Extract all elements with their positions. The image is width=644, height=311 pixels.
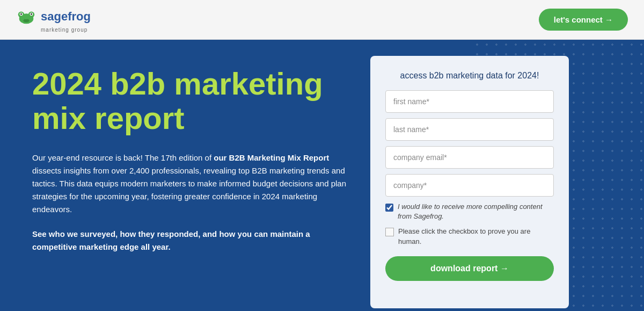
recaptcha-row: Please click the checkbox to prove you a… bbox=[385, 227, 554, 246]
header: sagefrog marketing group let's connect → bbox=[0, 0, 644, 40]
company-input[interactable] bbox=[385, 174, 554, 197]
left-content: 2024 b2b marketing mix report Our year-e… bbox=[0, 40, 370, 311]
last-name-input[interactable] bbox=[385, 118, 554, 141]
recaptcha-label: Please click the checkbox to prove you a… bbox=[398, 227, 554, 246]
recaptcha-checkbox[interactable] bbox=[385, 228, 394, 236]
lets-connect-button[interactable]: let's connect → bbox=[539, 9, 628, 31]
logo-area: sagefrog marketing group bbox=[16, 6, 91, 33]
main-section: 2024 b2b marketing mix report Our year-e… bbox=[0, 40, 644, 311]
logo-text: sagefrog bbox=[16, 6, 91, 27]
main-title: 2024 b2b marketing mix report bbox=[32, 67, 349, 135]
form-panel: access b2b marketing data for 2024! I wo… bbox=[370, 56, 569, 308]
logo-sub: marketing group bbox=[41, 27, 87, 33]
title-line1: 2024 b2b marketing bbox=[32, 66, 323, 101]
consent-label: I would like to receive more compelling … bbox=[398, 202, 554, 221]
title-line2: mix report bbox=[32, 100, 185, 135]
svg-point-6 bbox=[31, 13, 32, 15]
email-input[interactable] bbox=[385, 146, 554, 169]
logo-name: sagefrog bbox=[41, 10, 91, 24]
download-report-button[interactable]: download report → bbox=[385, 256, 554, 281]
tagline-text: See who we surveyed, how they responded,… bbox=[32, 228, 349, 254]
frog-icon bbox=[16, 6, 36, 27]
consent-checkbox-row: I would like to receive more compelling … bbox=[385, 202, 554, 221]
description-text: Our year-end resource is back! The 17th … bbox=[32, 151, 349, 216]
svg-point-5 bbox=[20, 13, 22, 15]
first-name-input[interactable] bbox=[385, 90, 554, 113]
consent-checkbox[interactable] bbox=[385, 204, 393, 212]
form-title: access b2b marketing data for 2024! bbox=[385, 71, 554, 81]
